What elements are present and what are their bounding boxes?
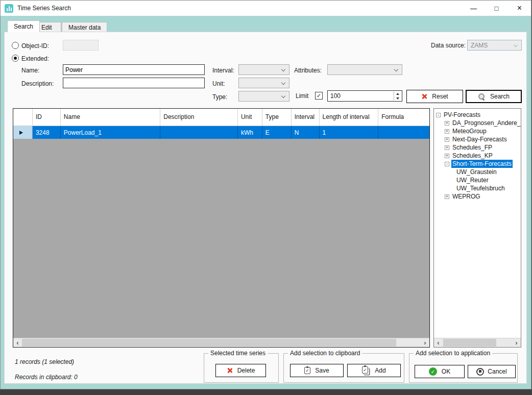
tree-item-schedules-kp[interactable]: +Schedules_KP — [434, 152, 521, 160]
tree-item-label: UW_Teufelsbruch — [455, 184, 506, 192]
reset-button[interactable]: Reset — [406, 90, 463, 103]
grid-header-type[interactable]: Type — [262, 109, 292, 126]
table-row[interactable]: 3248 PowerLoad_1 kWh E N 1 — [13, 126, 429, 139]
scroll-right-icon[interactable]: › — [421, 338, 429, 347]
type-dropdown[interactable] — [238, 91, 289, 102]
expand-plus-icon[interactable]: + — [445, 121, 449, 126]
tree-item-label: Schedules_FP — [451, 143, 493, 152]
clipboard-copy-check-icon: ✓ — [362, 366, 368, 374]
grid-horizontal-scrollbar[interactable]: ‹ › — [13, 338, 429, 347]
grid-header-name[interactable]: Name — [61, 109, 160, 126]
grid-header-id[interactable]: ID — [33, 109, 61, 126]
tree-item-schedules-fp[interactable]: +Schedules_FP — [434, 143, 521, 152]
expand-plus-icon[interactable]: + — [445, 194, 449, 199]
save-button[interactable]: ✓ Save — [290, 364, 344, 377]
expand-plus-icon[interactable]: + — [445, 137, 449, 142]
tree-scrollbar-thumb[interactable] — [443, 339, 496, 347]
close-button[interactable]: × — [508, 1, 531, 16]
tree-item-meteogroup[interactable]: +MeteoGroup — [434, 127, 521, 135]
attributes-dropdown[interactable] — [327, 64, 402, 75]
cell-formula — [378, 126, 429, 139]
interval-dropdown[interactable] — [238, 64, 289, 75]
tree-item-uw-graustein[interactable]: UW_Graustein — [434, 168, 521, 176]
object-id-label: Object-ID: — [21, 42, 49, 50]
scroll-right-icon[interactable]: › — [512, 338, 521, 347]
tree-item-short-term-forecasts[interactable]: -Short-Term-Forecasts — [434, 160, 521, 168]
collapse-minus-icon[interactable]: - — [436, 113, 441, 117]
unit-label: Unit: — [212, 80, 225, 87]
attributes-label: Attributes: — [294, 67, 322, 74]
tree-item-label: PV-Forecasts — [443, 111, 481, 119]
data-source-value: ZAMS — [471, 42, 488, 49]
tab-search[interactable]: Search — [7, 20, 40, 32]
ok-button[interactable]: ✓ OK — [415, 365, 465, 378]
grid-header-formula[interactable]: Formula — [378, 109, 429, 126]
tree-item-label: Schedules_KP — [451, 152, 494, 160]
tree-horizontal-scrollbar[interactable]: ‹ › — [434, 338, 521, 347]
name-input[interactable] — [63, 64, 205, 75]
expand-plus-icon[interactable]: + — [445, 145, 449, 150]
chevron-down-icon — [281, 94, 285, 98]
time-series-search-window: Time Series Search — □ × Search Edit Mas… — [0, 0, 531, 389]
object-id-radio[interactable] — [12, 42, 19, 49]
limit-label: Limit — [296, 92, 308, 100]
tree-item-da-prognosen[interactable]: +DA_Prognosen_Andere_ — [434, 119, 521, 127]
clipboard-group: Add selection to clipboard ✓ Save ✓ Add — [283, 353, 404, 383]
spin-up-button[interactable] — [394, 91, 401, 96]
data-source-dropdown[interactable]: ZAMS — [467, 40, 522, 51]
search-button[interactable]: Search — [466, 90, 522, 103]
group-title: Add selection to application — [414, 350, 492, 357]
tree-item-pv-forecasts[interactable]: -PV-Forecasts — [434, 111, 521, 119]
tree-item-label: UW_Reuter — [455, 176, 490, 184]
tree-item-next-day-forecasts[interactable]: +Next-Day-Forecasts — [434, 135, 521, 143]
cancel-button[interactable]: Cancel — [468, 365, 516, 378]
expand-plus-icon[interactable]: + — [445, 129, 449, 134]
results-grid: ID Name Description Unit Type Interval L… — [13, 108, 430, 348]
delete-button[interactable]: Delete — [215, 364, 266, 377]
tree-item-label: MeteoGroup — [451, 127, 488, 135]
red-cross-icon — [227, 367, 233, 374]
unit-dropdown[interactable] — [238, 78, 289, 88]
spin-down-button[interactable] — [394, 96, 401, 101]
app-bar-chart-icon — [5, 4, 13, 13]
group-title: Selected time series — [208, 350, 268, 357]
limit-spinner[interactable]: 100 — [327, 90, 402, 102]
tree-item-weprog[interactable]: +WEPROG — [434, 192, 521, 201]
row-selector-cell[interactable] — [13, 126, 33, 139]
grid-scrollbar-thumb[interactable] — [22, 339, 396, 347]
collapse-minus-icon[interactable]: - — [445, 162, 449, 166]
description-input[interactable] — [63, 78, 205, 88]
tree-item-label-selected: Short-Term-Forecasts — [451, 160, 513, 168]
green-check-circle-icon: ✓ — [429, 367, 437, 376]
grid-header-unit[interactable]: Unit — [238, 109, 262, 126]
triangle-down-icon — [396, 97, 399, 100]
grid-header-description[interactable]: Description — [160, 109, 238, 126]
grid-header-interval[interactable]: Interval — [292, 109, 320, 126]
scroll-left-icon[interactable]: ‹ — [434, 338, 443, 347]
extended-radio[interactable] — [12, 55, 19, 62]
maximize-button[interactable]: □ — [485, 1, 508, 16]
add-button[interactable]: ✓ Add — [347, 364, 401, 377]
tree-item-uw-teufelsbruch[interactable]: UW_Teufelsbruch — [434, 184, 521, 192]
save-button-label: Save — [315, 367, 329, 374]
tree-item-label: UW_Graustein — [455, 168, 498, 176]
check-icon: ✓ — [317, 92, 321, 98]
stop-circle-icon — [476, 368, 484, 376]
tab-master-data[interactable]: Master data — [62, 22, 107, 32]
tree-item-uw-reuter[interactable]: UW_Reuter — [434, 176, 521, 184]
expand-plus-icon[interactable]: + — [445, 154, 449, 158]
delete-button-label: Delete — [237, 367, 255, 374]
grid-header-length-of-interval[interactable]: Length of interval — [320, 109, 379, 126]
grid-header-row: ID Name Description Unit Type Interval L… — [13, 109, 429, 126]
forecast-tree: -PV-Forecasts +DA_Prognosen_Andere_ +Met… — [433, 108, 521, 348]
tree-item-label: DA_Prognosen_Andere_ — [451, 119, 521, 127]
cancel-button-label: Cancel — [488, 368, 506, 375]
limit-checkbox[interactable]: ✓ — [315, 92, 323, 100]
chevron-down-icon — [394, 67, 398, 71]
object-id-input[interactable] — [63, 40, 99, 51]
search-tab-panel: Object-ID: Extended: Name: Description: … — [4, 32, 527, 384]
window-title: Time Series Search — [17, 5, 71, 12]
minimize-button[interactable]: — — [462, 1, 485, 16]
scroll-left-icon[interactable]: ‹ — [13, 338, 22, 347]
group-title: Add selection to clipboard — [288, 350, 362, 357]
